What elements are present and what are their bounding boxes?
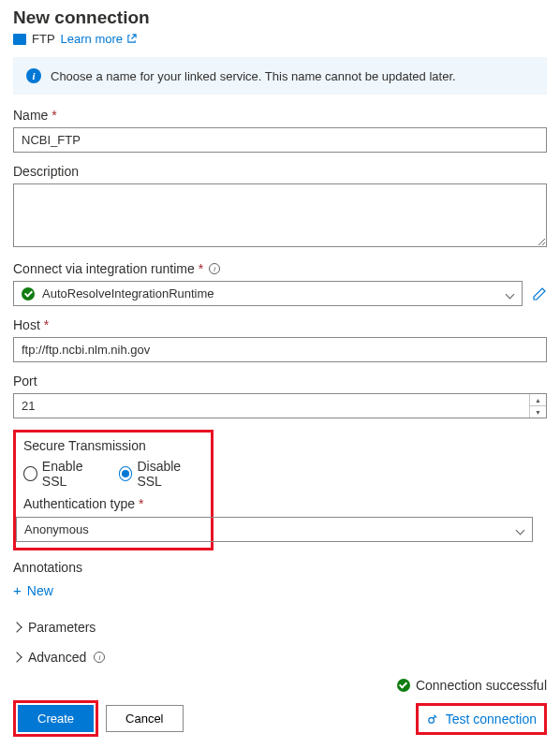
integration-runtime-value: AutoResolveIntegrationRuntime: [42, 286, 214, 301]
cancel-button[interactable]: Cancel: [106, 705, 183, 732]
description-label: Description: [13, 164, 547, 179]
port-spinner[interactable]: ▲ ▼: [529, 394, 546, 418]
connector-header-row: FTP Learn more: [13, 32, 547, 46]
advanced-expander[interactable]: Advanced i: [13, 642, 547, 672]
info-help-icon[interactable]: i: [209, 263, 220, 274]
chevron-down-icon: [515, 525, 524, 535]
advanced-label: Advanced: [28, 650, 86, 665]
test-connection-button[interactable]: Test connection: [420, 708, 542, 730]
footer-actions: Create Cancel Test connection: [13, 700, 547, 737]
new-annotation-button[interactable]: + New: [13, 579, 53, 601]
integration-runtime-label: Connect via integration runtime *: [13, 261, 203, 276]
external-link-icon: [126, 34, 137, 44]
auth-type-value: Anonymous: [24, 522, 89, 536]
enable-ssl-label: Enable SSL: [42, 459, 106, 489]
auth-type-select[interactable]: Anonymous: [16, 517, 533, 542]
spinner-up-icon[interactable]: ▲: [530, 394, 546, 406]
info-banner-text: Choose a name for your linked service. T…: [51, 69, 456, 83]
enable-ssl-radio[interactable]: Enable SSL: [23, 459, 106, 489]
connection-status-text: Connection successful: [416, 678, 547, 693]
learn-more-text: Learn more: [61, 32, 123, 46]
name-input[interactable]: [13, 127, 547, 153]
check-circle-icon: [22, 287, 35, 301]
highlight-secure-auth: Secure Transmission Enable SSL Disable S…: [13, 430, 214, 550]
secure-transmission-title: Secure Transmission: [23, 438, 203, 453]
annotations-label: Annotations: [13, 560, 547, 575]
parameters-label: Parameters: [28, 620, 96, 635]
new-annotation-label: New: [27, 583, 53, 598]
check-circle-icon: [397, 679, 410, 692]
highlight-create: Create: [13, 700, 98, 737]
chevron-down-icon: [505, 289, 514, 299]
plug-icon: [426, 711, 440, 726]
plus-icon: +: [13, 582, 22, 598]
test-connection-label: Test connection: [446, 711, 537, 726]
chevron-right-icon: [11, 622, 22, 632]
port-label: Port: [13, 374, 547, 389]
page-title: New connection: [13, 7, 547, 28]
disable-ssl-radio[interactable]: Disable SSL: [119, 459, 203, 489]
description-textarea[interactable]: [13, 183, 547, 247]
parameters-expander[interactable]: Parameters: [13, 612, 547, 642]
create-button[interactable]: Create: [18, 705, 94, 732]
info-banner: i Choose a name for your linked service.…: [13, 57, 547, 95]
name-label: Name *: [13, 108, 547, 123]
info-icon: i: [26, 68, 41, 83]
ftp-icon: [13, 34, 26, 45]
host-input[interactable]: [13, 337, 547, 362]
radio-icon: [23, 466, 37, 481]
chevron-right-icon: [11, 652, 22, 662]
disable-ssl-label: Disable SSL: [137, 459, 203, 489]
learn-more-link[interactable]: Learn more: [61, 32, 137, 46]
port-input[interactable]: [13, 393, 547, 418]
host-label: Host *: [13, 317, 547, 332]
info-help-icon[interactable]: i: [94, 652, 105, 663]
connection-status: Connection successful: [13, 678, 547, 693]
highlight-test-connection: Test connection: [416, 703, 547, 735]
connector-type-label: FTP: [32, 32, 55, 46]
edit-icon[interactable]: [532, 286, 547, 301]
spinner-down-icon[interactable]: ▼: [530, 406, 546, 418]
auth-type-label: Authentication type *: [23, 496, 203, 511]
integration-runtime-select[interactable]: AutoResolveIntegrationRuntime: [13, 281, 523, 306]
radio-icon: [119, 466, 133, 481]
